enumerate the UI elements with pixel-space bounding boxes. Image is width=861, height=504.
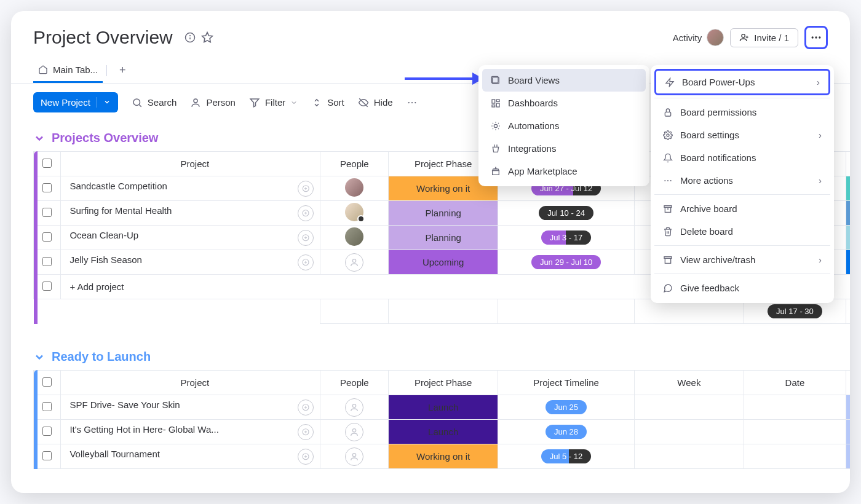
person-tool[interactable]: Person [190,97,236,108]
timeline-pill[interactable]: Jun 29 - Jul 10 [531,255,601,269]
filter-tool[interactable]: Filter [249,97,298,108]
group-title-ready[interactable]: Ready to Launch [52,350,151,364]
cell-date[interactable] [744,420,846,444]
menu-item-feedback[interactable]: Give feedback [654,277,830,299]
invite-button[interactable]: Invite / 1 [730,28,798,47]
col-s[interactable]: S [846,152,850,176]
people-avatar-empty[interactable] [345,423,363,441]
chat-icon[interactable] [298,181,314,197]
cell-name: Sandcastle Competition [69,181,167,191]
row-checkbox[interactable] [42,208,52,217]
cell-week[interactable] [635,444,744,469]
menu-item-board-settings[interactable]: Board settings› [654,124,830,146]
select-all-checkbox[interactable] [42,377,52,387]
menu-item-permissions[interactable]: Board permissions [654,101,830,124]
sort-tool[interactable]: Sort [311,97,344,108]
chat-icon[interactable] [298,424,314,440]
row-checkbox[interactable] [42,427,52,436]
menu-item-delete-board[interactable]: Delete board [654,220,830,243]
menu-item-integrations[interactable]: Integrations [482,137,646,160]
col-timeline[interactable]: Project Timeline [498,371,634,395]
chevron-down-icon[interactable] [33,351,46,363]
add-tab-button[interactable]: + [111,58,135,83]
row-checkbox[interactable] [42,232,52,242]
menu-item-view-archive[interactable]: View archive/trash› [654,248,830,271]
cell-name: Jelly Fish Season [69,254,142,265]
chat-icon[interactable] [298,254,314,270]
timeline-pill[interactable]: Jul 10 - 24 [539,206,593,220]
info-icon[interactable] [181,29,199,46]
cell-phase[interactable]: Upcoming [389,250,498,275]
menu-item-notifications[interactable]: Board notifications [654,146,830,169]
cell-week[interactable] [635,395,744,420]
chat-icon[interactable] [298,205,314,221]
filter-label: Filter [265,97,285,108]
cell-status[interactable] [846,444,850,469]
row-checkbox[interactable] [42,282,52,291]
row-checkbox[interactable] [42,257,52,266]
col-people[interactable]: People [320,371,389,395]
chat-icon[interactable] [298,449,314,465]
col-project[interactable]: Project [61,371,320,395]
people-avatar[interactable] [345,227,363,246]
cell-phase[interactable]: Planning [389,226,498,250]
people-avatar-empty[interactable] [345,398,363,417]
menu-item-archive-board[interactable]: Archive board [654,197,830,220]
tab-main[interactable]: Main Tab... [33,58,103,83]
row-checkbox[interactable] [42,451,52,460]
people-avatar[interactable] [345,203,363,221]
menu-label: Archive board [680,203,737,214]
row-checkbox[interactable] [42,402,52,411]
col-phase[interactable]: Project Phase [389,371,498,395]
cell-week[interactable] [635,420,744,444]
timeline-pill[interactable]: Jun 25 [546,400,587,414]
col-week[interactable]: Week [635,371,744,395]
col-project[interactable]: Project [61,152,320,176]
cell-date[interactable] [744,444,846,469]
menu-item-power-ups[interactable]: Board Power-Ups› [654,69,830,95]
menu-item-dashboards[interactable]: Dashboards [482,92,646,114]
more-options-button[interactable] [804,26,828,49]
new-project-button[interactable]: New Project [33,92,118,112]
toolbar-more-icon[interactable] [407,97,418,108]
cell-status[interactable]: ven' [846,250,850,275]
chevron-down-icon[interactable] [97,97,111,108]
cell-phase[interactable]: Working on it [389,444,498,469]
cell-date[interactable] [744,395,846,420]
timeline-pill[interactable]: Jul 5 - 12 [541,449,591,463]
cell-status[interactable] [846,395,850,420]
chat-icon[interactable] [298,400,314,415]
menu-item-marketplace[interactable]: App Marketplace [482,160,646,183]
group-title-projects[interactable]: Projects Overview [52,131,158,145]
timeline-pill[interactable]: Jun 28 [546,425,587,439]
col-people[interactable]: People [320,152,389,176]
cell-phase[interactable]: Planning [389,201,498,226]
col-s[interactable]: S [846,371,850,395]
cell-status[interactable]: eed [846,176,850,201]
menu-item-more-actions[interactable]: More actions› [654,169,830,192]
menu-item-board-views[interactable]: Board Views [482,69,646,92]
cell-status[interactable]: Wor [846,201,850,226]
select-all-checkbox[interactable] [42,159,52,168]
search-tool[interactable]: Search [132,97,177,108]
chevron-down-icon[interactable] [33,132,46,144]
table-row[interactable]: Volleyball Tournament Working on it Jul … [34,444,851,469]
chat-icon[interactable] [298,230,314,246]
cell-phase[interactable]: Launch [389,420,498,444]
timeline-pill[interactable]: Jul 3 - 17 [541,230,591,245]
cell-phase[interactable]: Launch [389,395,498,420]
hide-tool[interactable]: Hide [358,97,393,108]
people-avatar[interactable] [345,178,363,197]
col-date[interactable]: Date [744,371,846,395]
cell-status[interactable] [846,226,850,250]
activity-link[interactable]: Activity [673,29,724,46]
table-row[interactable]: It's Getting Hot in Here- Global Wa... L… [34,420,851,444]
people-avatar-empty[interactable] [345,447,363,466]
row-checkbox[interactable] [42,183,52,192]
table-row[interactable]: SPF Drive- Save Your Skin Launch Jun 25 [34,395,851,420]
cell-status[interactable] [846,420,850,444]
star-icon[interactable] [199,29,216,46]
menu-label: App Marketplace [508,166,577,176]
people-avatar-empty[interactable] [345,253,363,272]
menu-item-automations[interactable]: Automations [482,114,646,137]
